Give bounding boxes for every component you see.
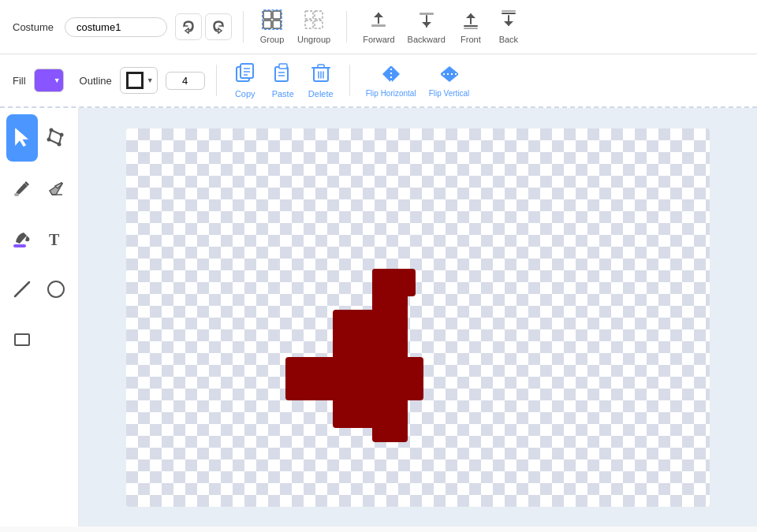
flip-group: Flip Horizontal Flip Vertical — [361, 61, 475, 101]
svg-marker-40 — [392, 66, 400, 82]
outline-label: Outline — [80, 75, 112, 87]
svg-point-52 — [14, 193, 19, 196]
svg-rect-11 — [371, 24, 386, 27]
copy-button[interactable]: Copy — [228, 59, 263, 102]
svg-rect-18 — [464, 28, 478, 29]
reshape-tool[interactable] — [41, 114, 73, 162]
select-tool[interactable] — [6, 114, 38, 162]
flip-horizontal-button[interactable]: Flip Horizontal — [361, 61, 421, 101]
eraser-tool[interactable] — [41, 165, 73, 212]
ungroup-button[interactable]: Ungroup — [293, 6, 335, 47]
backward-button[interactable]: Backward — [403, 6, 450, 47]
svg-rect-17 — [464, 25, 478, 27]
back-label: Back — [499, 35, 518, 44]
svg-rect-6 — [315, 11, 323, 19]
flip-horizontal-icon — [379, 64, 403, 87]
line-icon — [11, 278, 33, 300]
svg-point-49 — [58, 143, 62, 147]
outline-inner — [126, 72, 144, 89]
svg-point-50 — [47, 138, 51, 142]
svg-rect-14 — [420, 13, 434, 15]
group-icon — [262, 9, 282, 33]
svg-rect-1 — [273, 11, 281, 19]
forward-label: Forward — [363, 35, 394, 44]
paste-icon — [273, 62, 293, 87]
front-button[interactable]: Front — [453, 6, 488, 47]
backward-label: Backward — [408, 35, 446, 44]
redo-icon — [211, 20, 226, 34]
eraser-icon — [45, 177, 67, 199]
undo-icon — [181, 20, 196, 34]
outline-width-input[interactable] — [166, 72, 205, 90]
backward-icon — [416, 9, 437, 33]
svg-rect-5 — [305, 11, 313, 19]
select-icon — [11, 127, 33, 149]
svg-rect-2 — [263, 20, 271, 28]
toolbar-row1: Costume — [0, 0, 757, 54]
redo-button[interactable] — [205, 13, 232, 40]
line-tool[interactable] — [6, 266, 38, 313]
svg-rect-24 — [241, 64, 253, 78]
svg-marker-10 — [374, 13, 383, 17]
costume-name-input[interactable] — [65, 17, 167, 37]
delete-button[interactable]: Delete — [304, 59, 338, 102]
svg-line-56 — [15, 282, 29, 296]
text-tool[interactable]: T — [41, 215, 73, 262]
svg-point-57 — [48, 281, 64, 297]
rect-icon — [11, 329, 33, 351]
fill-label: Fill — [13, 75, 26, 87]
costume-label: Costume — [13, 21, 54, 33]
svg-rect-3 — [273, 20, 281, 28]
group-button[interactable]: Group — [255, 6, 289, 47]
flip-vertical-icon — [438, 64, 461, 87]
front-icon — [461, 9, 481, 33]
rect-tool[interactable] — [6, 316, 38, 363]
brush-icon — [11, 177, 33, 199]
svg-point-47 — [50, 128, 54, 132]
svg-marker-41 — [441, 66, 458, 73]
svg-rect-54 — [13, 244, 26, 247]
svg-rect-0 — [263, 11, 271, 19]
ellipse-tool[interactable] — [41, 266, 73, 313]
svg-rect-8 — [315, 20, 323, 28]
svg-marker-16 — [466, 13, 475, 18]
svg-rect-22 — [502, 10, 516, 12]
svg-rect-7 — [305, 20, 313, 28]
order-group: Forward Backward Front — [358, 6, 526, 47]
svg-rect-34 — [318, 65, 324, 68]
text-icon: T — [45, 228, 67, 250]
canvas-content — [126, 128, 710, 507]
main-area: T — [0, 108, 757, 526]
svg-point-48 — [60, 133, 64, 137]
edit-group: Copy Paste — [228, 59, 338, 102]
undo-button[interactable] — [175, 13, 202, 40]
svg-rect-58 — [15, 334, 29, 345]
fill-color-swatch[interactable]: ▼ — [34, 69, 64, 92]
divider3 — [216, 65, 217, 96]
paste-button[interactable]: Paste — [266, 59, 300, 102]
forward-button[interactable]: Forward — [358, 6, 399, 47]
svg-rect-62 — [372, 269, 416, 296]
flip-vertical-button[interactable]: Flip Vertical — [424, 61, 475, 101]
svg-rect-21 — [502, 13, 516, 14]
group-label: Group — [260, 35, 285, 44]
checker-canvas[interactable] — [126, 128, 710, 507]
brush-tool[interactable] — [6, 165, 38, 212]
fill-tool[interactable] — [6, 215, 38, 262]
canvas-area[interactable] — [79, 108, 757, 526]
group-ungroup-group: Group Ungroup — [255, 6, 335, 47]
outline-color-swatch[interactable]: ▼ — [120, 67, 158, 94]
flip-v-label: Flip Vertical — [429, 89, 470, 98]
reshape-icon — [45, 127, 67, 149]
svg-marker-13 — [422, 22, 431, 27]
toolbox: T — [0, 108, 79, 526]
ungroup-icon — [304, 9, 324, 33]
copy-icon — [235, 62, 255, 87]
back-button[interactable]: Back — [491, 6, 526, 47]
delete-label: Delete — [308, 89, 334, 99]
copy-label: Copy — [235, 89, 255, 99]
paste-label: Paste — [272, 89, 294, 99]
drawing-svg — [126, 128, 710, 507]
delete-icon — [311, 62, 331, 87]
toolbar-row2: Fill ▼ Outline ▼ Copy — [0, 54, 757, 108]
